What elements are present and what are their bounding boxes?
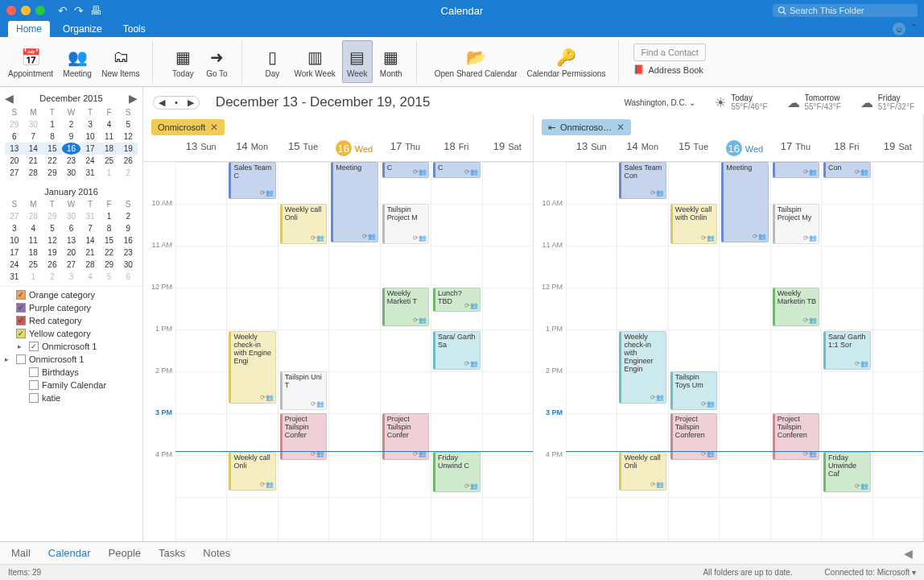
mini-cal-day[interactable]: 12 <box>118 130 138 143</box>
mini-cal-day[interactable]: 29 <box>43 167 62 179</box>
tab-organize[interactable]: Organize <box>55 21 110 37</box>
appointment-button[interactable]: 📅Appointment <box>5 40 56 83</box>
calendar-event[interactable]: C⟳👥 <box>433 162 480 178</box>
mini-cal-day[interactable]: 29 <box>100 259 119 271</box>
calendar-item[interactable]: Birthdays <box>3 366 139 379</box>
mini-cal-day[interactable]: 23 <box>62 155 81 167</box>
mini-cal-day[interactable]: 19 <box>43 246 62 259</box>
open-shared-calendar-button[interactable]: 📂Open Shared Calendar <box>431 40 521 83</box>
mini-cal-day[interactable]: 19 <box>118 143 138 155</box>
mini-cal-day[interactable]: 30 <box>62 167 81 179</box>
calendar-event[interactable]: Project Tailspin Conferen⟳👥 <box>670 413 717 460</box>
mini-cal-day[interactable]: 18 <box>24 246 43 259</box>
mini-cal-day[interactable]: 28 <box>80 259 100 271</box>
month-view-button[interactable]: ▦Month <box>376 40 406 83</box>
mini-cal-day[interactable]: 2 <box>118 210 138 222</box>
nav-people[interactable]: People <box>109 547 141 559</box>
calendar-event[interactable]: Sara/ Garth Sa⟳👥 <box>433 331 480 370</box>
mini-cal-day[interactable]: 21 <box>24 155 43 167</box>
day-column[interactable]: C⟳👥Tailspin Project M⟳👥Weekly Marketi T⟳… <box>380 162 431 541</box>
mini-cal-day[interactable]: 1 <box>43 118 62 130</box>
calendar-event[interactable]: Sara/ Garth 1:1 Sor⟳👥 <box>823 331 870 370</box>
merge-icon[interactable]: ⇤ <box>548 122 555 133</box>
close-window-button[interactable] <box>6 6 16 15</box>
day-header[interactable]: 19Sat <box>872 140 923 156</box>
mini-cal-day[interactable]: 9 <box>118 222 138 234</box>
mini-cal-day[interactable]: 1 <box>100 167 119 179</box>
goto-button[interactable]: ➜Go To <box>201 40 232 83</box>
day-column[interactable]: Meeting⟳👥 <box>719 162 769 541</box>
mini-cal-day[interactable]: 18 <box>100 143 119 155</box>
mini-cal-day[interactable]: 5 <box>118 118 138 130</box>
day-header[interactable]: 15Tue <box>278 140 328 156</box>
today-circle-button[interactable]: • <box>170 97 183 108</box>
mini-cal-day[interactable]: 10 <box>5 234 24 246</box>
mini-cal-day[interactable]: 3 <box>5 222 24 234</box>
mini-cal-day[interactable]: 6 <box>118 271 138 283</box>
mini-cal-day[interactable]: 2 <box>118 167 138 179</box>
mini-cal-day[interactable]: 8 <box>100 222 119 234</box>
close-icon[interactable]: ✕ <box>210 122 218 133</box>
mini-cal-day[interactable]: 29 <box>5 118 24 130</box>
day-header[interactable]: 13Sun <box>566 140 617 156</box>
mini-cal-day[interactable]: 9 <box>62 130 81 143</box>
search-field[interactable] <box>773 4 918 17</box>
calendar-event[interactable]: Friday Unwind C⟳👥 <box>433 452 480 492</box>
mini-cal-day[interactable]: 7 <box>80 222 100 234</box>
mini-cal-day[interactable]: 20 <box>62 246 81 259</box>
mini-cal-day[interactable]: 2 <box>62 118 81 130</box>
next-week-button[interactable]: ▶ <box>183 97 199 109</box>
mini-cal-day[interactable]: 30 <box>118 259 138 271</box>
checkbox[interactable] <box>16 290 26 300</box>
mini-cal-day[interactable]: 17 <box>80 143 100 155</box>
mini-cal-day[interactable]: 20 <box>5 155 24 167</box>
day-column[interactable]: Con⟳👥Sara/ Garth 1:1 Sor⟳👥Friday Unwinde… <box>821 162 872 541</box>
calendar-event[interactable]: Project Tailspin Conferen⟳👥 <box>773 413 819 460</box>
mini-cal-day[interactable]: 14 <box>24 143 43 155</box>
collapse-ribbon-icon[interactable]: ⌃ <box>910 23 918 35</box>
day-column[interactable] <box>175 162 226 541</box>
day-header[interactable]: 13Sun <box>175 140 226 156</box>
mini-cal-day[interactable]: 26 <box>118 155 138 167</box>
next-month-icon[interactable]: ▶ <box>129 92 138 105</box>
mini-cal-day[interactable]: 31 <box>80 167 100 179</box>
calendar-event[interactable]: Weekly Marketi T⟳👥 <box>382 288 429 326</box>
calendar-event[interactable]: ⟳👥 <box>773 162 819 178</box>
maximize-window-button[interactable] <box>35 6 45 15</box>
mini-cal-day[interactable]: 1 <box>24 271 43 283</box>
day-column[interactable]: Weekly call Onli⟳👥Tailspin Uni T⟳👥Projec… <box>278 162 328 541</box>
calendar-permissions-button[interactable]: 🔑Calendar Permissions <box>524 40 609 83</box>
mini-cal-day[interactable]: 5 <box>100 271 119 283</box>
day-column[interactable]: Sales Team Con⟳👥Weekly check-in with Eng… <box>617 162 667 541</box>
calendar-event[interactable]: Tailspin Uni T⟳👥 <box>280 371 327 410</box>
mini-cal-day[interactable]: 4 <box>100 118 119 130</box>
print-icon[interactable]: 🖶 <box>90 4 101 17</box>
new-items-button[interactable]: 🗂New Items <box>98 40 142 83</box>
checkbox[interactable] <box>29 367 39 377</box>
day-column[interactable]: ⟳👥Tailspin Project My⟳👥Weekly Marketin T… <box>770 162 821 541</box>
mini-cal-day[interactable]: 6 <box>62 222 81 234</box>
day-header[interactable]: 16Wed <box>719 140 769 156</box>
day-column[interactable]: C⟳👥Lunch? TBD⟳👥Sara/ Garth Sa⟳👥Friday Un… <box>431 162 481 541</box>
mini-cal-day[interactable]: 21 <box>80 246 100 259</box>
close-icon[interactable]: ✕ <box>617 122 625 133</box>
nav-mail[interactable]: Mail <box>11 547 31 559</box>
calendar-event[interactable]: Project Tailspin Confer⟳👥 <box>382 413 429 460</box>
prev-month-icon[interactable]: ◀ <box>5 92 14 105</box>
mini-cal-day[interactable]: 16 <box>62 143 81 155</box>
nav-notes[interactable]: Notes <box>203 547 230 559</box>
day-header[interactable]: 14Mon <box>617 140 667 156</box>
calendar-event[interactable]: Weekly call with Onlin⟳👥 <box>670 204 717 244</box>
mini-cal-day[interactable]: 25 <box>24 259 43 271</box>
mini-cal-day[interactable]: 8 <box>43 130 62 143</box>
category-item[interactable]: Red category <box>3 314 139 327</box>
mini-cal-day[interactable]: 3 <box>80 118 100 130</box>
calendar-event[interactable]: Tailspin Project My⟳👥 <box>773 204 819 244</box>
checkbox[interactable] <box>16 316 26 325</box>
day-header[interactable]: 19Sat <box>482 140 533 156</box>
checkbox[interactable] <box>29 380 39 390</box>
mini-cal-day[interactable]: 2 <box>43 271 62 283</box>
category-item[interactable]: Orange category <box>3 288 139 301</box>
calendar-event[interactable]: Lunch? TBD⟳👥 <box>433 288 480 312</box>
day-view-button[interactable]: ▯Day <box>257 40 287 83</box>
